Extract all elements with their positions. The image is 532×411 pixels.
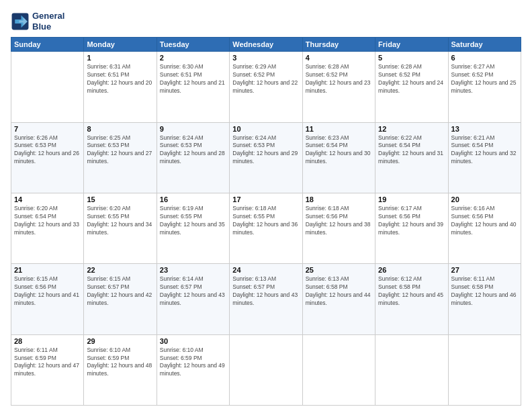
week-row-3: 14Sunrise: 6:20 AMSunset: 6:54 PMDayligh… — [11, 193, 521, 263]
day-info: Sunrise: 6:16 AMSunset: 6:56 PMDaylight:… — [451, 205, 518, 237]
calendar-cell: 16Sunrise: 6:19 AMSunset: 6:55 PMDayligh… — [157, 193, 229, 263]
day-number: 7 — [14, 125, 81, 133]
calendar-cell: 8Sunrise: 6:25 AMSunset: 6:53 PMDaylight… — [84, 122, 157, 193]
day-number: 9 — [160, 125, 226, 133]
day-number: 29 — [87, 337, 153, 345]
week-row-2: 7Sunrise: 6:26 AMSunset: 6:53 PMDaylight… — [11, 122, 521, 193]
day-info: Sunrise: 6:24 AMSunset: 6:53 PMDaylight:… — [160, 134, 226, 167]
day-number: 21 — [14, 266, 81, 274]
day-number: 26 — [378, 266, 445, 274]
header-cell-friday: Friday — [375, 38, 448, 52]
day-number: 12 — [378, 125, 445, 133]
day-number: 24 — [232, 266, 299, 274]
calendar-cell — [375, 334, 448, 405]
day-number: 27 — [451, 266, 518, 274]
calendar-cell — [230, 334, 302, 405]
day-number: 11 — [306, 125, 372, 133]
calendar-cell: 11Sunrise: 6:23 AMSunset: 6:54 PMDayligh… — [302, 122, 375, 193]
calendar-cell: 1Sunrise: 6:31 AMSunset: 6:51 PMDaylight… — [84, 52, 157, 122]
day-info: Sunrise: 6:11 AMSunset: 6:58 PMDaylight:… — [451, 275, 518, 308]
day-number: 2 — [160, 54, 226, 62]
calendar-cell: 22Sunrise: 6:15 AMSunset: 6:57 PMDayligh… — [84, 264, 157, 334]
calendar-cell — [11, 52, 84, 122]
calendar-cell: 20Sunrise: 6:16 AMSunset: 6:56 PMDayligh… — [448, 193, 521, 263]
day-info: Sunrise: 6:28 AMSunset: 6:52 PMDaylight:… — [378, 63, 445, 95]
day-number: 1 — [87, 54, 153, 62]
day-info: Sunrise: 6:18 AMSunset: 6:55 PMDaylight:… — [232, 205, 299, 237]
calendar-cell — [302, 334, 375, 405]
calendar-cell: 5Sunrise: 6:28 AMSunset: 6:52 PMDaylight… — [375, 52, 448, 122]
calendar-cell: 25Sunrise: 6:13 AMSunset: 6:58 PMDayligh… — [302, 264, 375, 334]
day-number: 18 — [306, 195, 372, 203]
day-info: Sunrise: 6:28 AMSunset: 6:52 PMDaylight:… — [306, 63, 372, 95]
day-number: 3 — [232, 54, 299, 62]
day-number: 15 — [87, 195, 153, 203]
day-number: 13 — [451, 125, 518, 133]
week-row-4: 21Sunrise: 6:15 AMSunset: 6:56 PMDayligh… — [11, 264, 521, 334]
calendar-cell: 27Sunrise: 6:11 AMSunset: 6:58 PMDayligh… — [448, 264, 521, 334]
day-number: 4 — [306, 54, 372, 62]
day-info: Sunrise: 6:14 AMSunset: 6:57 PMDaylight:… — [160, 275, 226, 308]
calendar-table: SundayMondayTuesdayWednesdayThursdayFrid… — [11, 37, 521, 406]
day-number: 28 — [14, 337, 81, 345]
day-info: Sunrise: 6:23 AMSunset: 6:54 PMDaylight:… — [306, 134, 372, 167]
day-number: 16 — [160, 195, 226, 203]
day-number: 5 — [378, 54, 445, 62]
page: General Blue SundayMondayTuesdayWednesda… — [0, 0, 532, 411]
day-number: 10 — [232, 125, 299, 133]
calendar-cell: 2Sunrise: 6:30 AMSunset: 6:51 PMDaylight… — [157, 52, 229, 122]
calendar-cell: 15Sunrise: 6:20 AMSunset: 6:55 PMDayligh… — [84, 193, 157, 263]
calendar-cell: 19Sunrise: 6:17 AMSunset: 6:56 PMDayligh… — [375, 193, 448, 263]
header-cell-tuesday: Tuesday — [157, 38, 229, 52]
logo: General Blue — [11, 11, 64, 32]
day-info: Sunrise: 6:30 AMSunset: 6:51 PMDaylight:… — [160, 63, 226, 95]
day-number: 25 — [306, 266, 372, 274]
logo-icon — [11, 12, 30, 31]
day-info: Sunrise: 6:15 AMSunset: 6:57 PMDaylight:… — [87, 275, 153, 308]
header-cell-sunday: Sunday — [11, 38, 84, 52]
calendar-cell: 30Sunrise: 6:10 AMSunset: 6:59 PMDayligh… — [157, 334, 229, 405]
day-info: Sunrise: 6:29 AMSunset: 6:52 PMDaylight:… — [232, 63, 299, 95]
day-info: Sunrise: 6:10 AMSunset: 6:59 PMDaylight:… — [87, 347, 153, 379]
day-info: Sunrise: 6:18 AMSunset: 6:56 PMDaylight:… — [306, 205, 372, 237]
week-row-1: 1Sunrise: 6:31 AMSunset: 6:51 PMDaylight… — [11, 52, 521, 122]
day-info: Sunrise: 6:19 AMSunset: 6:55 PMDaylight:… — [160, 205, 226, 237]
calendar-cell: 7Sunrise: 6:26 AMSunset: 6:53 PMDaylight… — [11, 122, 84, 193]
day-number: 30 — [160, 337, 226, 345]
calendar-cell: 24Sunrise: 6:13 AMSunset: 6:57 PMDayligh… — [230, 264, 302, 334]
calendar-cell: 26Sunrise: 6:12 AMSunset: 6:58 PMDayligh… — [375, 264, 448, 334]
calendar-cell: 17Sunrise: 6:18 AMSunset: 6:55 PMDayligh… — [230, 193, 302, 263]
day-info: Sunrise: 6:22 AMSunset: 6:54 PMDaylight:… — [378, 134, 445, 167]
logo-text: General Blue — [32, 11, 64, 32]
calendar-cell: 10Sunrise: 6:24 AMSunset: 6:53 PMDayligh… — [230, 122, 302, 193]
day-info: Sunrise: 6:13 AMSunset: 6:57 PMDaylight:… — [232, 275, 299, 308]
week-row-5: 28Sunrise: 6:11 AMSunset: 6:59 PMDayligh… — [11, 334, 521, 405]
day-info: Sunrise: 6:20 AMSunset: 6:55 PMDaylight:… — [87, 205, 153, 237]
day-number: 19 — [378, 195, 445, 203]
day-number: 17 — [232, 195, 299, 203]
calendar-cell: 23Sunrise: 6:14 AMSunset: 6:57 PMDayligh… — [157, 264, 229, 334]
calendar-cell: 18Sunrise: 6:18 AMSunset: 6:56 PMDayligh… — [302, 193, 375, 263]
calendar-cell: 14Sunrise: 6:20 AMSunset: 6:54 PMDayligh… — [11, 193, 84, 263]
header: General Blue — [11, 11, 521, 32]
day-number: 23 — [160, 266, 226, 274]
calendar-cell: 4Sunrise: 6:28 AMSunset: 6:52 PMDaylight… — [302, 52, 375, 122]
calendar-cell: 3Sunrise: 6:29 AMSunset: 6:52 PMDaylight… — [230, 52, 302, 122]
day-number: 14 — [14, 195, 81, 203]
day-info: Sunrise: 6:15 AMSunset: 6:56 PMDaylight:… — [14, 275, 81, 308]
header-cell-wednesday: Wednesday — [230, 38, 302, 52]
calendar-cell: 29Sunrise: 6:10 AMSunset: 6:59 PMDayligh… — [84, 334, 157, 405]
header-cell-saturday: Saturday — [448, 38, 521, 52]
calendar-cell — [448, 334, 521, 405]
day-info: Sunrise: 6:10 AMSunset: 6:59 PMDaylight:… — [160, 347, 226, 379]
calendar-header-row: SundayMondayTuesdayWednesdayThursdayFrid… — [11, 38, 521, 52]
day-info: Sunrise: 6:11 AMSunset: 6:59 PMDaylight:… — [14, 347, 81, 379]
day-info: Sunrise: 6:21 AMSunset: 6:54 PMDaylight:… — [451, 134, 518, 167]
day-info: Sunrise: 6:26 AMSunset: 6:53 PMDaylight:… — [14, 134, 81, 167]
day-number: 20 — [451, 195, 518, 203]
calendar-cell: 9Sunrise: 6:24 AMSunset: 6:53 PMDaylight… — [157, 122, 229, 193]
calendar-cell: 6Sunrise: 6:27 AMSunset: 6:52 PMDaylight… — [448, 52, 521, 122]
day-info: Sunrise: 6:24 AMSunset: 6:53 PMDaylight:… — [232, 134, 299, 167]
day-number: 8 — [87, 125, 153, 133]
calendar-cell: 12Sunrise: 6:22 AMSunset: 6:54 PMDayligh… — [375, 122, 448, 193]
